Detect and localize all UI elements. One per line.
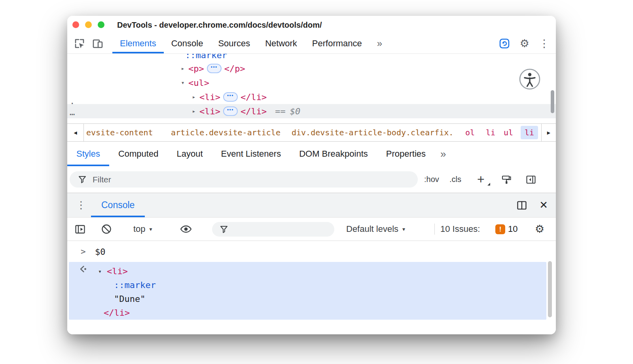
panel-tabs: Elements Console Sources Network Perform… — [112, 34, 389, 53]
tab-console[interactable]: Console — [164, 34, 211, 53]
toggle-element-state-button[interactable]: :hov — [424, 166, 439, 193]
tab-performance[interactable]: Performance — [305, 34, 370, 53]
tab-event-listeners[interactable]: Event Listeners — [212, 142, 290, 166]
context-label: top — [133, 224, 146, 234]
breadcrumb-scroll-left-button[interactable]: ◀ — [67, 124, 84, 141]
toolbar-right-controls: ⚙ ⋮ — [498, 34, 550, 53]
tab-styles[interactable]: Styles — [67, 142, 109, 166]
breadcrumb-item[interactable]: li — [486, 124, 495, 141]
expand-arrow-icon[interactable]: ▸ — [191, 93, 197, 100]
console-eval-row[interactable]: > $0 — [67, 244, 556, 259]
p-close-tag[interactable]: </p> — [224, 64, 245, 74]
tab-computed[interactable]: Computed — [109, 142, 168, 166]
elements-scrollbar-thumb[interactable] — [551, 90, 554, 113]
execution-context-selector[interactable]: top ▾ — [133, 218, 152, 241]
chevron-down-icon: ▾ — [150, 226, 152, 232]
console-result-highlighted[interactable]: ▾ <li> ::marker "Dune" </li> — [69, 262, 546, 320]
result-line-open[interactable]: ▾ <li> — [69, 264, 546, 278]
p-open-tag[interactable]: <p> — [188, 64, 204, 74]
traffic-lights — [72, 21, 104, 28]
console-scrollbar-thumb[interactable] — [548, 261, 552, 317]
evaluated-expression: $0 — [95, 247, 106, 257]
settings-gear-icon[interactable]: ⚙ — [520, 38, 529, 49]
filter-funnel-icon — [219, 225, 229, 234]
more-panels-glyph: » — [377, 38, 381, 49]
default-levels-dropdown[interactable]: Default levels ▾ — [346, 218, 405, 241]
tab-dom-breakpoints[interactable]: DOM Breakpoints — [290, 142, 377, 166]
close-window-button[interactable] — [72, 21, 79, 28]
breadcrumb-item-selected[interactable]: li — [521, 126, 538, 139]
dom-row-ul[interactable]: ▾ <ul> — [67, 76, 556, 90]
collapse-arrow-icon[interactable]: ▾ — [98, 268, 102, 275]
dom-row-marker[interactable]: ::marker — [67, 54, 556, 62]
new-style-rule-button[interactable]: + — [477, 166, 485, 193]
result-line-text[interactable]: "Dune" — [69, 292, 546, 306]
styles-filter-input[interactable] — [93, 175, 370, 184]
tab-elements[interactable]: Elements — [112, 34, 164, 53]
toolbar-divider — [434, 218, 435, 241]
live-expression-eye-icon[interactable] — [179, 218, 193, 241]
more-panels-icon[interactable]: » — [370, 34, 389, 53]
close-drawer-icon[interactable]: ✕ — [539, 199, 548, 211]
breadcrumb-item[interactable]: article.devsite-article — [171, 124, 280, 141]
li-open-tag[interactable]: <li> — [199, 106, 220, 116]
ul-open-tag[interactable]: <ul> — [188, 78, 209, 88]
tab-properties[interactable]: Properties — [377, 142, 435, 166]
tab-console-label: Console — [171, 38, 203, 49]
li-open-tag[interactable]: <li> — [199, 92, 220, 102]
breadcrumb-item[interactable]: ul — [504, 124, 513, 141]
issues-warning-icon[interactable]: ! — [495, 224, 505, 234]
refresh-square-icon[interactable] — [498, 38, 510, 49]
inline-expand-button[interactable]: ••• — [207, 64, 222, 73]
devtools-window: DevTools - developer.chrome.com/docs/dev… — [67, 16, 556, 334]
styles-filter-field[interactable] — [70, 171, 418, 188]
drawer-kebab-menu-icon[interactable]: ⋮ — [76, 193, 86, 217]
inline-expand-button[interactable]: ••• — [223, 106, 238, 116]
issues-label[interactable]: 10 Issues: — [440, 218, 480, 241]
drawer-tab-console[interactable]: Console — [91, 193, 145, 217]
element-classes-button[interactable]: .cls — [449, 166, 461, 193]
toggle-computed-sidebar-icon[interactable] — [525, 166, 536, 193]
dom-row-p[interactable]: ▸ <p> ••• </p> — [67, 61, 556, 76]
tab-sources[interactable]: Sources — [210, 34, 258, 53]
chevron-down-icon: ▾ — [402, 226, 405, 232]
result-line-close[interactable]: </li> — [69, 306, 546, 320]
expand-arrow-icon[interactable]: ▸ — [191, 108, 197, 115]
dom-row-li-2-selected[interactable]: ▸ <li> ••• </li> == $0 — [67, 104, 556, 118]
console-settings-gear-icon[interactable]: ⚙ — [535, 218, 544, 241]
result-line-marker[interactable]: ::marker — [69, 278, 546, 292]
marker-pseudo-element[interactable]: ::marker — [185, 54, 227, 60]
console-filter-field[interactable] — [212, 222, 334, 237]
clipped-text-ellipsis: … — [70, 105, 75, 119]
li-close-tag[interactable]: </li> — [241, 106, 267, 116]
tab-layout[interactable]: Layout — [167, 142, 212, 166]
console-sidebar-icon[interactable] — [74, 218, 86, 241]
inline-expand-button[interactable]: ••• — [223, 92, 238, 102]
kebab-menu-icon[interactable]: ⋮ — [539, 38, 550, 49]
tab-network[interactable]: Network — [258, 34, 305, 53]
toggle-device-toolbar-icon[interactable] — [92, 38, 104, 49]
tab-network-label: Network — [265, 38, 297, 49]
breadcrumb-item[interactable]: evsite-content — [86, 124, 153, 141]
li-close-tag: </li> — [104, 308, 130, 318]
elements-dom-tree: ::marker ▸ <p> ••• </p> ▾ <ul> ▸ <li> ••… — [67, 54, 556, 123]
more-tabs-icon[interactable]: » — [435, 142, 454, 166]
equals-sign: == — [275, 106, 286, 116]
breadcrumb-item[interactable]: ol — [465, 124, 475, 141]
split-panel-icon[interactable] — [516, 200, 527, 211]
zoom-window-button[interactable] — [98, 21, 104, 28]
left-arrow-icon: ◀ — [74, 129, 77, 136]
minimize-window-button[interactable] — [85, 21, 92, 28]
dom-row-li-1[interactable]: ▸ <li> ••• </li> — [67, 90, 556, 104]
paint-roller-icon[interactable] — [501, 166, 512, 193]
expand-arrow-icon[interactable]: ▸ — [180, 65, 186, 72]
accessibility-person-icon — [519, 68, 541, 90]
breadcrumb-item[interactable]: div.devsite-article-body.clearfix. — [292, 124, 453, 141]
breadcrumb-scroll-right-button[interactable]: ▶ — [541, 124, 556, 141]
clear-console-icon[interactable] — [100, 218, 112, 241]
li-close-tag[interactable]: </li> — [241, 92, 267, 102]
marker-pseudo-element: ::marker — [114, 280, 156, 290]
filter-funnel-icon — [78, 175, 87, 184]
inspect-element-icon[interactable] — [74, 38, 85, 49]
collapse-arrow-icon[interactable]: ▾ — [180, 79, 186, 86]
